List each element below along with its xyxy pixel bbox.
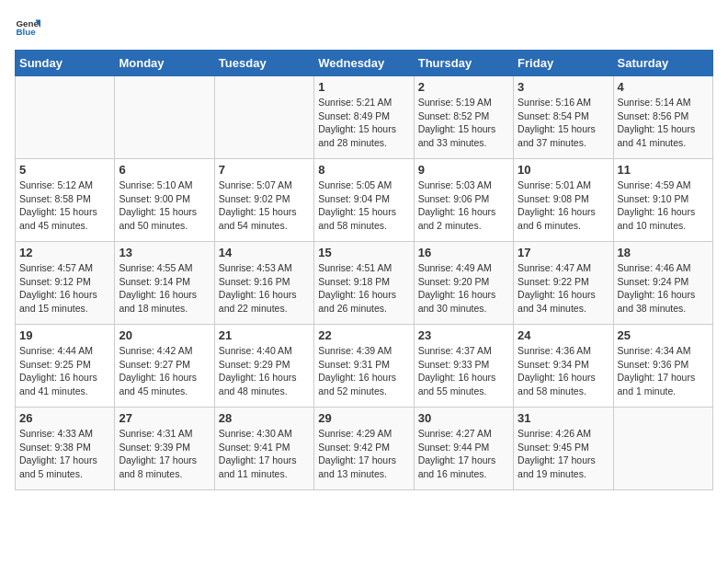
day-number: 27: [119, 411, 210, 425]
day-cell: 27Sunrise: 4:31 AMSunset: 9:39 PMDayligh…: [115, 408, 214, 490]
page-header: General Blue: [15, 15, 713, 40]
day-number: 18: [618, 246, 709, 259]
day-cell: 28Sunrise: 4:30 AMSunset: 9:41 PMDayligh…: [214, 408, 313, 490]
day-cell: 5Sunrise: 5:12 AMSunset: 8:58 PMDaylight…: [16, 159, 115, 242]
day-number: 10: [518, 163, 609, 177]
day-cell: [115, 76, 214, 159]
day-cell: 20Sunrise: 4:42 AMSunset: 9:27 PMDayligh…: [115, 325, 214, 408]
day-cell: 9Sunrise: 5:03 AMSunset: 9:06 PMDaylight…: [414, 159, 513, 242]
day-number: 26: [19, 411, 110, 425]
day-info: Sunrise: 5:16 AMSunset: 8:54 PMDaylight:…: [518, 96, 609, 150]
day-info: Sunrise: 5:21 AMSunset: 8:49 PMDaylight:…: [318, 96, 409, 150]
day-info: Sunrise: 5:03 AMSunset: 9:06 PMDaylight:…: [418, 178, 509, 233]
day-cell: 31Sunrise: 4:26 AMSunset: 9:45 PMDayligh…: [514, 408, 613, 490]
column-header-monday: Monday: [115, 51, 214, 76]
day-info: Sunrise: 4:34 AMSunset: 9:36 PMDaylight:…: [618, 344, 709, 398]
day-info: Sunrise: 4:44 AMSunset: 9:25 PMDaylight:…: [19, 344, 110, 398]
day-cell: 13Sunrise: 4:55 AMSunset: 9:14 PMDayligh…: [115, 242, 214, 325]
day-number: 8: [318, 163, 409, 177]
day-number: 15: [318, 246, 409, 259]
day-info: Sunrise: 5:01 AMSunset: 9:08 PMDaylight:…: [518, 178, 609, 233]
day-number: 29: [318, 411, 409, 425]
svg-text:Blue: Blue: [16, 27, 36, 37]
day-cell: 21Sunrise: 4:40 AMSunset: 9:29 PMDayligh…: [214, 325, 313, 408]
day-cell: 16Sunrise: 4:49 AMSunset: 9:20 PMDayligh…: [414, 242, 513, 325]
day-number: 28: [219, 411, 310, 425]
day-number: 12: [19, 246, 110, 259]
day-number: 2: [418, 80, 509, 94]
day-cell: 30Sunrise: 4:27 AMSunset: 9:44 PMDayligh…: [414, 408, 513, 490]
day-info: Sunrise: 4:53 AMSunset: 9:16 PMDaylight:…: [219, 261, 310, 316]
day-number: 6: [119, 163, 210, 177]
day-info: Sunrise: 4:42 AMSunset: 9:27 PMDaylight:…: [119, 344, 210, 398]
day-cell: 19Sunrise: 4:44 AMSunset: 9:25 PMDayligh…: [16, 325, 115, 408]
column-header-tuesday: Tuesday: [214, 51, 313, 76]
day-cell: [613, 408, 712, 490]
day-cell: 15Sunrise: 4:51 AMSunset: 9:18 PMDayligh…: [314, 242, 414, 325]
day-info: Sunrise: 4:59 AMSunset: 9:10 PMDaylight:…: [618, 178, 709, 233]
day-cell: 18Sunrise: 4:46 AMSunset: 9:24 PMDayligh…: [613, 242, 712, 325]
day-number: 23: [418, 328, 509, 342]
day-cell: 12Sunrise: 4:57 AMSunset: 9:12 PMDayligh…: [16, 242, 115, 325]
day-number: 22: [318, 328, 409, 342]
day-cell: 3Sunrise: 5:16 AMSunset: 8:54 PMDaylight…: [514, 76, 613, 159]
day-number: 25: [618, 328, 709, 342]
day-cell: 22Sunrise: 4:39 AMSunset: 9:31 PMDayligh…: [314, 325, 414, 408]
day-number: 30: [418, 411, 509, 425]
column-header-thursday: Thursday: [414, 51, 513, 76]
day-cell: 24Sunrise: 4:36 AMSunset: 9:34 PMDayligh…: [514, 325, 613, 408]
logo: General Blue: [15, 15, 44, 40]
day-info: Sunrise: 4:47 AMSunset: 9:22 PMDaylight:…: [518, 261, 609, 316]
day-cell: 11Sunrise: 4:59 AMSunset: 9:10 PMDayligh…: [613, 159, 712, 242]
day-cell: 6Sunrise: 5:10 AMSunset: 9:00 PMDaylight…: [115, 159, 214, 242]
day-info: Sunrise: 4:49 AMSunset: 9:20 PMDaylight:…: [418, 261, 509, 316]
day-number: 7: [219, 163, 310, 177]
day-info: Sunrise: 4:55 AMSunset: 9:14 PMDaylight:…: [119, 261, 210, 316]
day-info: Sunrise: 4:26 AMSunset: 9:45 PMDaylight:…: [518, 427, 609, 481]
day-cell: [16, 76, 115, 159]
day-info: Sunrise: 4:51 AMSunset: 9:18 PMDaylight:…: [318, 261, 409, 316]
day-info: Sunrise: 4:30 AMSunset: 9:41 PMDaylight:…: [219, 427, 310, 481]
week-row-2: 5Sunrise: 5:12 AMSunset: 8:58 PMDaylight…: [16, 159, 713, 242]
day-info: Sunrise: 5:07 AMSunset: 9:02 PMDaylight:…: [219, 178, 310, 233]
day-info: Sunrise: 4:33 AMSunset: 9:38 PMDaylight:…: [19, 427, 110, 481]
day-info: Sunrise: 4:36 AMSunset: 9:34 PMDaylight:…: [518, 344, 609, 398]
day-cell: 17Sunrise: 4:47 AMSunset: 9:22 PMDayligh…: [514, 242, 613, 325]
day-info: Sunrise: 5:14 AMSunset: 8:56 PMDaylight:…: [618, 96, 709, 150]
day-info: Sunrise: 4:27 AMSunset: 9:44 PMDaylight:…: [418, 427, 509, 481]
day-number: 24: [518, 328, 609, 342]
day-cell: 14Sunrise: 4:53 AMSunset: 9:16 PMDayligh…: [214, 242, 313, 325]
day-number: 1: [318, 80, 409, 94]
day-cell: 4Sunrise: 5:14 AMSunset: 8:56 PMDaylight…: [613, 76, 712, 159]
day-info: Sunrise: 4:57 AMSunset: 9:12 PMDaylight:…: [19, 261, 110, 316]
day-info: Sunrise: 5:12 AMSunset: 8:58 PMDaylight:…: [19, 178, 110, 233]
day-info: Sunrise: 4:29 AMSunset: 9:42 PMDaylight:…: [318, 427, 409, 481]
day-cell: [214, 76, 313, 159]
day-cell: 23Sunrise: 4:37 AMSunset: 9:33 PMDayligh…: [414, 325, 513, 408]
day-info: Sunrise: 5:10 AMSunset: 9:00 PMDaylight:…: [119, 178, 210, 233]
header-row: SundayMondayTuesdayWednesdayThursdayFrid…: [16, 51, 713, 76]
day-info: Sunrise: 5:05 AMSunset: 9:04 PMDaylight:…: [318, 178, 409, 233]
day-cell: 7Sunrise: 5:07 AMSunset: 9:02 PMDaylight…: [214, 159, 313, 242]
day-number: 17: [518, 246, 609, 259]
column-header-wednesday: Wednesday: [314, 51, 414, 76]
day-number: 5: [19, 163, 110, 177]
day-number: 9: [418, 163, 509, 177]
day-info: Sunrise: 4:37 AMSunset: 9:33 PMDaylight:…: [418, 344, 509, 398]
day-info: Sunrise: 4:31 AMSunset: 9:39 PMDaylight:…: [119, 427, 210, 481]
day-number: 31: [518, 411, 609, 425]
day-number: 4: [618, 80, 709, 94]
day-cell: 26Sunrise: 4:33 AMSunset: 9:38 PMDayligh…: [16, 408, 115, 490]
week-row-5: 26Sunrise: 4:33 AMSunset: 9:38 PMDayligh…: [16, 408, 713, 490]
calendar-table: SundayMondayTuesdayWednesdayThursdayFrid…: [15, 50, 713, 490]
day-cell: 2Sunrise: 5:19 AMSunset: 8:52 PMDaylight…: [414, 76, 513, 159]
day-cell: 8Sunrise: 5:05 AMSunset: 9:04 PMDaylight…: [314, 159, 414, 242]
day-cell: 1Sunrise: 5:21 AMSunset: 8:49 PMDaylight…: [314, 76, 414, 159]
logo-icon: General Blue: [15, 15, 40, 40]
day-info: Sunrise: 4:39 AMSunset: 9:31 PMDaylight:…: [318, 344, 409, 398]
day-number: 14: [219, 246, 310, 259]
day-number: 11: [618, 163, 709, 177]
day-number: 3: [518, 80, 609, 94]
day-info: Sunrise: 4:46 AMSunset: 9:24 PMDaylight:…: [618, 261, 709, 316]
day-number: 16: [418, 246, 509, 259]
